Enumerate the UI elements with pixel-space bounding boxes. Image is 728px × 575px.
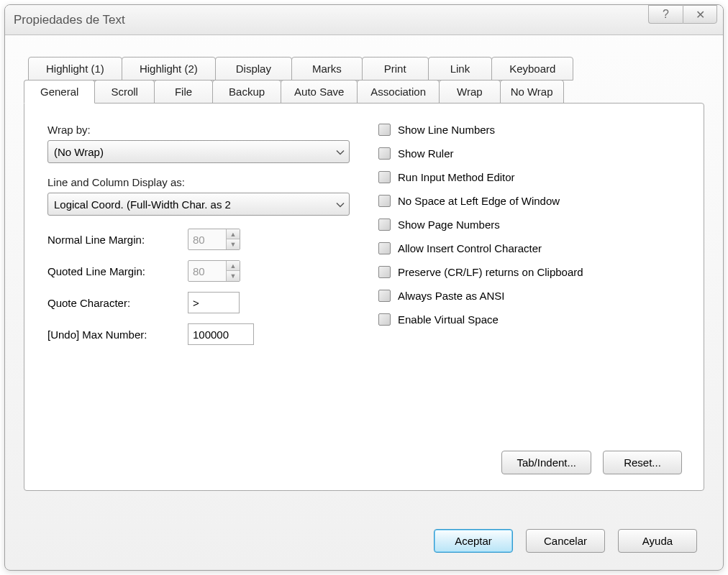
undo-max-label: [Undo] Max Number:: [47, 328, 188, 341]
titlebar: Propiedades de Text ? ✕: [5, 5, 723, 35]
tab-backup[interactable]: Backup: [212, 80, 281, 104]
tab-wrap[interactable]: Wrap: [439, 80, 501, 104]
checkbox-show-line-numbers[interactable]: [378, 124, 391, 136]
accept-button[interactable]: Aceptar: [434, 529, 513, 553]
tab-marks[interactable]: Marks: [291, 57, 363, 80]
spinner-up-icon[interactable]: ▲: [227, 229, 240, 239]
tab-link[interactable]: Link: [428, 57, 493, 80]
tab-print[interactable]: Print: [362, 57, 429, 80]
help-button[interactable]: ?: [648, 5, 683, 24]
quoted-margin-input[interactable]: [188, 261, 226, 281]
tab-file[interactable]: File: [154, 80, 213, 104]
wrap-by-value: (No Wrap): [54, 146, 104, 158]
checkbox-allow-insert-control-char[interactable]: [378, 242, 391, 254]
left-column: Wrap by: (No Wrap) Line and Column Displ…: [47, 124, 350, 355]
reset-button[interactable]: Reset...: [603, 451, 682, 474]
tab-no-wrap[interactable]: No Wrap: [500, 80, 564, 104]
spinner-up-icon[interactable]: ▲: [227, 261, 240, 271]
checkbox-preserve-crlf[interactable]: [378, 266, 391, 278]
checkbox-no-space-left-edge[interactable]: [378, 195, 391, 207]
normal-margin-input[interactable]: [188, 229, 226, 249]
dialog-buttons: Aceptar Cancelar Ayuda: [434, 529, 697, 553]
check-label: Enable Virtual Space: [398, 313, 499, 326]
cancel-button[interactable]: Cancelar: [526, 529, 605, 553]
window-controls: ? ✕: [648, 5, 717, 24]
quote-char-label: Quote Character:: [47, 297, 188, 309]
checkbox-show-page-numbers[interactable]: [378, 218, 391, 231]
check-label: Always Paste as ANSI: [398, 290, 504, 302]
check-label: Show Line Numbers: [398, 124, 495, 136]
tab-general[interactable]: General: [24, 80, 95, 104]
check-label: Run Input Method Editor: [398, 171, 515, 183]
tab-row-1: Highlight (1) Highlight (2) Display Mark…: [24, 57, 704, 80]
help-button[interactable]: Ayuda: [618, 529, 697, 553]
wrap-by-label: Wrap by:: [47, 124, 350, 136]
quoted-margin-label: Quoted Line Margin:: [47, 265, 188, 277]
display-as-value: Logical Coord. (Full-Width Char. as 2: [54, 198, 231, 211]
wrap-by-dropdown[interactable]: (No Wrap): [47, 140, 350, 163]
spinner-down-icon[interactable]: ▼: [227, 239, 240, 249]
checkbox-always-paste-ansi[interactable]: [378, 290, 391, 302]
normal-margin-label: Normal Line Margin:: [47, 234, 188, 246]
chevron-down-icon: [336, 146, 345, 158]
tab-scroll[interactable]: Scroll: [94, 80, 155, 104]
properties-dialog: Propiedades de Text ? ✕ Highlight (1) Hi…: [4, 4, 724, 571]
checkbox-enable-virtual-space[interactable]: [378, 313, 391, 326]
tab-association[interactable]: Association: [357, 80, 440, 104]
check-label: Show Ruler: [398, 147, 454, 160]
tab-highlight-1[interactable]: Highlight (1): [28, 57, 122, 80]
close-button[interactable]: ✕: [683, 5, 717, 24]
spinner-down-icon[interactable]: ▼: [227, 271, 240, 281]
quote-char-input[interactable]: [188, 292, 240, 313]
check-label: Preserve (CR/LF) returns on Clipboard: [398, 266, 583, 278]
normal-margin-spinner[interactable]: ▲ ▼: [188, 229, 240, 250]
tab-content-general: Wrap by: (No Wrap) Line and Column Displ…: [24, 103, 704, 491]
dialog-title: Propiedades de Text: [14, 13, 125, 27]
tab-area: Highlight (1) Highlight (2) Display Mark…: [24, 57, 704, 491]
tab-highlight-2[interactable]: Highlight (2): [122, 57, 216, 80]
quoted-margin-spinner[interactable]: ▲ ▼: [188, 260, 240, 282]
right-column: Show Line Numbers Show Ruler Run Input M…: [378, 124, 681, 355]
content-bottom-buttons: Tab/Indent... Reset...: [501, 451, 682, 474]
chevron-down-icon: [336, 198, 345, 211]
check-label: Show Page Numbers: [398, 218, 500, 231]
check-label: No Space at Left Edge of Window: [398, 195, 560, 207]
tab-keyboard[interactable]: Keyboard: [491, 57, 573, 80]
check-label: Allow Insert Control Character: [398, 242, 542, 254]
tab-auto-save[interactable]: Auto Save: [281, 80, 358, 104]
display-as-dropdown[interactable]: Logical Coord. (Full-Width Char. as 2: [47, 193, 350, 216]
checkbox-run-ime[interactable]: [378, 171, 391, 183]
undo-max-input[interactable]: [188, 323, 254, 345]
tab-row-2: General Scroll File Backup Auto Save Ass…: [24, 80, 704, 104]
tab-indent-button[interactable]: Tab/Indent...: [501, 451, 591, 474]
checkbox-show-ruler[interactable]: [378, 147, 391, 160]
tab-display[interactable]: Display: [215, 57, 292, 80]
display-as-label: Line and Column Display as:: [47, 176, 350, 188]
